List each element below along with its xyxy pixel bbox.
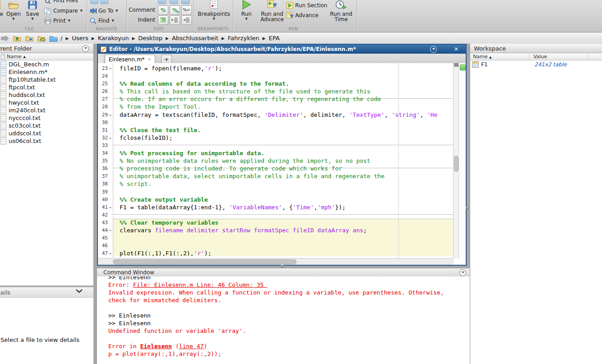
breadcrumb-segment[interactable]: /	[60, 35, 62, 41]
code-line[interactable]: 38% script.	[98, 180, 466, 188]
table-row[interactable]: F1241x2 table	[470, 60, 602, 68]
compare-dropdown-icon[interactable]: ▼	[80, 9, 82, 13]
vertical-splitter-handle[interactable]	[466, 207, 469, 210]
command-window-output[interactable]: >> EinlesennError: File: Einlesenn.m Lin…	[97, 276, 470, 364]
list-item[interactable]: hwycol.txt	[0, 99, 93, 106]
code-area[interactable]: 23-fileID = fopen(filename,'r');2425%% R…	[98, 63, 466, 265]
details-header[interactable]: Details	[0, 287, 93, 298]
compare-button[interactable]: Compare ▼	[44, 6, 83, 15]
breakpoints-button[interactable]: Breakpoints ▼	[197, 0, 231, 20]
code-analyzer-indicator[interactable]	[460, 65, 466, 70]
goto-dropdown-icon[interactable]: ▼	[116, 9, 118, 13]
list-item[interactable]: nycccol.txt	[0, 114, 93, 122]
breadcrumb-segment[interactable]: Abschlussarbeit	[172, 35, 218, 41]
code-line[interactable]: 35% No unimportable data rules were appl…	[98, 157, 466, 165]
breadcrumb-segment[interactable]: Fahrzyklen	[228, 35, 259, 41]
code-line[interactable]: 23-fileID = fopen(filename,'r');	[98, 65, 466, 72]
save-button[interactable]: Save ▼	[23, 0, 42, 20]
advance-button[interactable]: Advance	[286, 11, 319, 20]
list-item[interactable]: im240col.txt	[0, 106, 93, 114]
list-item[interactable]: huddscol.txt	[0, 91, 93, 99]
code-line[interactable]: 43%% Clear temporary variables	[98, 219, 466, 226]
list-item[interactable]: uddscol.txt	[0, 129, 93, 137]
code-line[interactable]: 25%% Read columns of data according to t…	[98, 80, 466, 88]
smart-indent-icon[interactable]	[158, 15, 168, 25]
code-line[interactable]: 33	[98, 142, 466, 149]
breakpoints-dropdown-icon[interactable]: ▼	[197, 18, 231, 20]
tab-einlesenn[interactable]: Einlesenn.m* ✕	[105, 55, 155, 64]
list-item[interactable]: DGL_Besch.m	[0, 60, 93, 68]
code-line[interactable]: 46	[98, 242, 466, 249]
workspace-column-headers[interactable]: Name ▲ Value	[470, 53, 602, 60]
chevron-down-icon[interactable]	[76, 289, 83, 293]
breadcrumb-segment[interactable]: Karakoyun	[98, 35, 129, 41]
run-button[interactable]: Run ▼	[236, 0, 256, 20]
folder-up-icon[interactable]	[13, 35, 21, 41]
editor-horizontal-scrollbar[interactable]	[98, 258, 454, 265]
new-tab-button[interactable]: +	[161, 55, 172, 64]
list-item[interactable]: sc03col.txt	[0, 122, 93, 129]
code-line[interactable]: 36% processing code is included. To gene…	[98, 165, 466, 172]
current-folder-icon	[49, 35, 58, 42]
code-line[interactable]: 34%% Post processing for unimportable da…	[98, 149, 466, 157]
find-button[interactable]: Find ▼	[89, 16, 114, 25]
scrollbar-thumb[interactable]	[454, 156, 458, 172]
open-button[interactable]: Open ▼	[4, 0, 23, 20]
run-dropdown-icon[interactable]: ▼	[236, 18, 256, 20]
tab-close-icon[interactable]: ✕	[148, 57, 152, 62]
code-line[interactable]: 41-F1 = table(dataArray{1:end-1}, 'Varia…	[98, 203, 466, 211]
code-line[interactable]: 45	[98, 234, 466, 242]
indent-left-icon[interactable]	[181, 15, 192, 25]
editor-menu-icon[interactable]	[430, 46, 437, 53]
print-dropdown-icon[interactable]: ▼	[68, 19, 70, 23]
code-line[interactable]: 29-dataArray = textscan(fileID, formatSp…	[98, 111, 466, 119]
open-dropdown-icon[interactable]: ▼	[4, 18, 23, 20]
code-line[interactable]: 44-clearvars filename delimiter startRow…	[98, 226, 466, 234]
comment-icon[interactable]: %	[158, 5, 168, 15]
save-dropdown-icon[interactable]: ▼	[23, 18, 42, 20]
breadcrumb-segment[interactable]: Desktop	[138, 35, 162, 41]
scrollbar-thumb[interactable]	[113, 259, 296, 264]
code-line[interactable]: 30	[98, 119, 466, 126]
document-bar[interactable]	[98, 54, 104, 63]
open-label: Open	[4, 11, 23, 17]
code-line[interactable]: 47-plot(F1(:,1),F1(:,2),'r');	[98, 249, 466, 257]
run-and-time-button[interactable]: Run and Time	[329, 0, 353, 22]
code-line[interactable]: 31%% Close the text file.	[98, 126, 466, 134]
editor-close-icon[interactable]: ✕	[454, 46, 458, 52]
print-button[interactable]: Print ▼	[44, 16, 70, 25]
uncomment-icon[interactable]: %✕	[170, 5, 180, 15]
error-link[interactable]: Einlesenn	[140, 343, 171, 350]
code-line[interactable]: 24	[98, 72, 466, 80]
folder-refresh-icon[interactable]	[37, 35, 46, 41]
goto-button[interactable]: Go To ▼	[89, 6, 118, 15]
code-line[interactable]: 32-fclose(fileID);	[98, 134, 466, 142]
code-line[interactable]: 42	[98, 211, 466, 219]
current-folder-menu-icon[interactable]	[82, 45, 89, 52]
list-item[interactable]: Einlesenn.m*	[0, 68, 93, 76]
wrap-comments-icon[interactable]: %↵	[181, 5, 192, 15]
code-line[interactable]: 27% code. If an error occurs for a diffe…	[98, 95, 466, 103]
list-item[interactable]: ftp10hztable.txt	[0, 76, 93, 83]
list-item[interactable]: us06col.txt	[0, 137, 93, 145]
code-line[interactable]: 40%% Create output variable	[98, 196, 466, 203]
name-column-header[interactable]: Name ▲	[0, 53, 93, 60]
code-line[interactable]: 39	[98, 188, 466, 196]
code-line[interactable]: 28% from the Import Tool.	[98, 103, 466, 111]
run-and-advance-button[interactable]: Run and Advance	[259, 0, 285, 22]
indent-right-icon[interactable]	[170, 15, 180, 25]
error-link[interactable]: File: Einlesenn.m Line: 46 Column: 35	[133, 281, 267, 288]
horizontal-splitter-handle[interactable]	[281, 265, 284, 268]
breadcrumb-segment[interactable]: EPA	[269, 35, 279, 41]
command-window-menu-icon[interactable]	[459, 269, 466, 276]
code-line[interactable]: 26% This call is based on the structure …	[98, 88, 466, 95]
code-line[interactable]: 37% unimportable data, select unimportab…	[98, 172, 466, 180]
breadcrumb-segment[interactable]: Users	[72, 35, 88, 41]
list-item[interactable]: ftpcol.txt	[0, 83, 93, 91]
folder-browse-icon[interactable]	[25, 35, 33, 41]
forward-arrow-icon[interactable]	[1, 35, 9, 41]
find-dropdown-icon[interactable]: ▼	[112, 19, 114, 23]
run-section-button[interactable]: Run Section	[286, 1, 327, 10]
error-link[interactable]: line 47	[179, 343, 204, 350]
find-files-button[interactable]: Find Files	[44, 0, 78, 5]
